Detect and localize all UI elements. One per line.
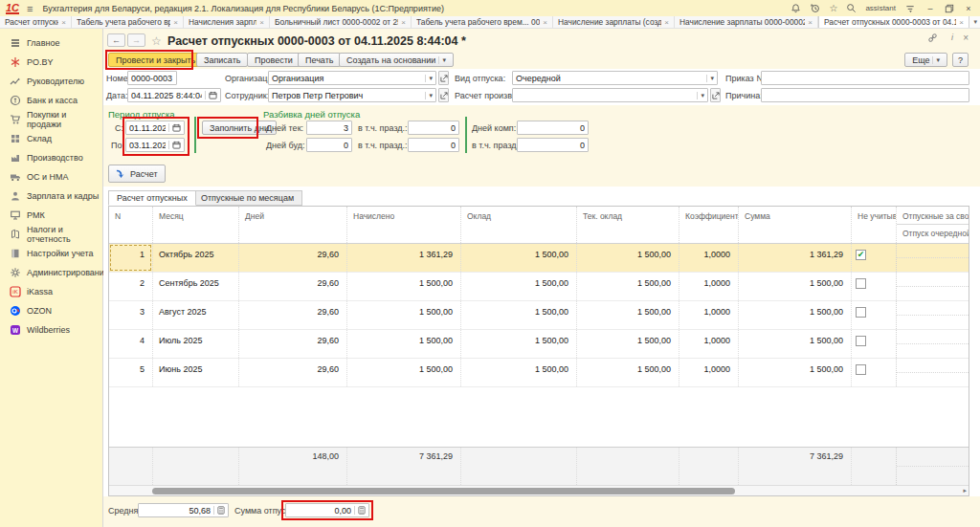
close-form-icon[interactable]: × — [963, 33, 969, 43]
tab-vacation-by-months[interactable]: Отпускные по месяцам — [192, 190, 302, 206]
reason-field[interactable] — [761, 88, 969, 102]
sidebar-item-po-by[interactable]: PO.BY — [0, 53, 102, 72]
vacation-sum-field[interactable]: 0,00 — [285, 503, 369, 517]
more-button[interactable]: Еще▾ — [904, 53, 947, 67]
sidebar-item-accounting-settings[interactable]: Настройки учета — [0, 244, 102, 263]
period-from-field[interactable]: 01.11.2025 — [125, 121, 185, 135]
history-icon[interactable] — [810, 3, 820, 13]
sidebar-item-taxes[interactable]: Налоги и отчетность — [0, 225, 102, 244]
employee-combo[interactable]: Петров Петр Петрович▾ — [268, 88, 436, 102]
notifications-bell-icon[interactable] — [791, 3, 801, 13]
main-menu-icon[interactable]: ≡ — [27, 3, 33, 14]
window-tab[interactable]: Больничный лист 0000-0002 от 25.10.2...× — [270, 16, 412, 28]
create-based-on-button[interactable]: Создать на основании▾ — [339, 53, 454, 67]
sidebar-item-bank-cash[interactable]: Банк и касса — [0, 91, 102, 110]
stacked-header[interactable]: Отпускные за свой счет Отпуск очередной — [896, 207, 969, 243]
minimize-button[interactable]: – — [924, 4, 936, 13]
days-current-field[interactable]: 3 — [306, 121, 352, 135]
date-field[interactable]: 04.11.2025 8:44:04 — [127, 88, 221, 102]
window-tab[interactable]: Табель учета рабочего врем... 0000-0012× — [412, 16, 553, 28]
forward-button[interactable]: → — [127, 33, 145, 47]
calculator-icon[interactable] — [354, 506, 366, 515]
table-row[interactable]: 2 Сентябрь 2025 29,60 1 500,00 1 500,00 … — [109, 273, 969, 301]
organization-combo[interactable]: Организация▾ — [268, 71, 436, 85]
table-row[interactable]: 4 Июль 2025 29,60 1 500,00 1 500,00 1 50… — [109, 330, 969, 359]
post-button[interactable]: Провести — [247, 53, 301, 67]
tab-overflow-icon[interactable]: ▾ — [970, 16, 980, 28]
sidebar-item-main[interactable]: Главное — [0, 33, 102, 53]
sidebar-item-purchases-sales[interactable]: Покупки и продажи — [0, 110, 102, 129]
scrollbar-thumb[interactable] — [152, 488, 735, 494]
calendar-icon[interactable] — [168, 123, 181, 132]
favorite-star-icon[interactable]: ☆ — [151, 34, 162, 48]
sidebar-item-ikassa[interactable]: iKiKassa — [0, 282, 102, 301]
chevron-down-icon[interactable]: ▾ — [697, 92, 704, 99]
search-icon[interactable] — [846, 3, 857, 13]
window-tab[interactable]: Начисление зарплаты (создание) *× — [553, 16, 675, 28]
chevron-down-icon[interactable]: ▾ — [425, 92, 433, 99]
employee-open-button[interactable] — [438, 88, 449, 102]
exclude-checkbox[interactable] — [856, 364, 866, 375]
table-row[interactable]: 3 Август 2025 29,60 1 500,00 1 500,00 1 … — [109, 301, 969, 330]
horizontal-scrollbar[interactable]: ▸ — [109, 485, 969, 495]
tab-close-icon[interactable]: × — [664, 18, 669, 27]
sidebar-item-rmk[interactable]: РМК — [0, 206, 102, 225]
days-comp-field[interactable]: 0 — [517, 121, 589, 135]
window-tab-active[interactable]: Расчет отпускных 0000-0003 от 04.11....× — [818, 16, 969, 28]
sidebar-item-salary-hr[interactable]: Зарплата и кадры — [0, 187, 102, 206]
sidebar-item-fixed-assets[interactable]: ОС и НМА — [0, 167, 102, 187]
print-button[interactable]: Печать — [298, 53, 341, 67]
tab-close-icon[interactable]: × — [61, 18, 66, 27]
exclude-checkbox[interactable] — [856, 307, 866, 318]
restore-window-button[interactable] — [945, 4, 954, 13]
sidebar-item-warehouse[interactable]: Склад — [0, 129, 102, 148]
exclude-checkbox[interactable] — [856, 336, 866, 346]
tab-vacation-calc[interactable]: Расчет отпускных — [108, 190, 196, 206]
days-future-field[interactable]: 0 — [306, 138, 352, 152]
incl-holidays1-field[interactable]: 0 — [408, 121, 459, 135]
window-tab[interactable]: Начисления зарплаты× — [184, 16, 270, 28]
window-tab[interactable]: Табель учета рабочего времени× — [72, 16, 184, 28]
table-row[interactable]: 5 Июнь 2025 29,60 1 500,00 1 500,00 1 50… — [109, 359, 969, 387]
period-to-field[interactable]: 03.11.2025 — [125, 138, 185, 152]
favorites-star-icon[interactable]: ☆ — [829, 3, 837, 13]
window-tab[interactable]: Расчет отпускных× — [0, 16, 72, 28]
write-button[interactable]: Записать — [196, 53, 248, 67]
calendar-icon[interactable] — [168, 141, 181, 149]
tab-close-icon[interactable]: × — [173, 18, 178, 27]
sidebar-item-administration[interactable]: Администрирование — [0, 263, 102, 282]
close-window-button[interactable]: × — [963, 4, 974, 13]
window-tab[interactable]: Начисление зарплаты 0000-000028 от ...× — [675, 16, 818, 28]
exclude-checkbox-checked[interactable]: ✔ — [856, 250, 866, 260]
average-field[interactable]: 50,68 — [138, 503, 229, 517]
exclude-checkbox[interactable] — [856, 278, 866, 289]
get-link-icon[interactable] — [927, 33, 938, 43]
calculate-button[interactable]: Расчет — [108, 165, 166, 183]
scrollbar-right-arrow-icon[interactable]: ▸ — [963, 487, 967, 494]
sidebar-item-production[interactable]: Производство — [0, 148, 102, 167]
incl-holidays2-field[interactable]: 0 — [408, 138, 459, 152]
info-icon[interactable]: i — [951, 33, 953, 42]
order-number-field[interactable] — [761, 71, 969, 85]
sidebar-item-ozon[interactable]: OZON — [0, 301, 102, 320]
number-field[interactable]: 0000-0003 — [127, 71, 177, 85]
table-row[interactable]: 1 Октябрь 2025 29,60 1 361,29 1 500,00 1… — [109, 244, 969, 273]
help-button[interactable]: ? — [952, 53, 969, 67]
sidebar-item-manager[interactable]: Руководителю — [0, 72, 102, 91]
tab-close-icon[interactable]: × — [808, 18, 813, 27]
vacation-type-combo[interactable]: Очередной▾ — [512, 71, 718, 85]
tab-close-icon[interactable]: × — [259, 18, 264, 27]
tab-close-icon[interactable]: × — [959, 18, 964, 27]
user-name[interactable]: assistant — [865, 4, 896, 12]
tab-close-icon[interactable]: × — [401, 18, 406, 27]
back-button[interactable]: ← — [107, 33, 125, 47]
tab-close-icon[interactable]: × — [543, 18, 547, 27]
chevron-down-icon[interactable]: ▾ — [706, 75, 714, 82]
post-and-close-button[interactable]: Провести и закрыть — [108, 53, 203, 67]
calculated-by-combo[interactable]: ▾ — [512, 88, 708, 102]
calendar-icon[interactable] — [205, 91, 217, 99]
chevron-down-icon[interactable]: ▾ — [425, 75, 433, 82]
incl-holidays3-field[interactable]: 0 — [517, 138, 589, 152]
calculator-icon[interactable] — [213, 506, 225, 515]
sidebar-item-wildberries[interactable]: WWildberries — [0, 320, 102, 340]
